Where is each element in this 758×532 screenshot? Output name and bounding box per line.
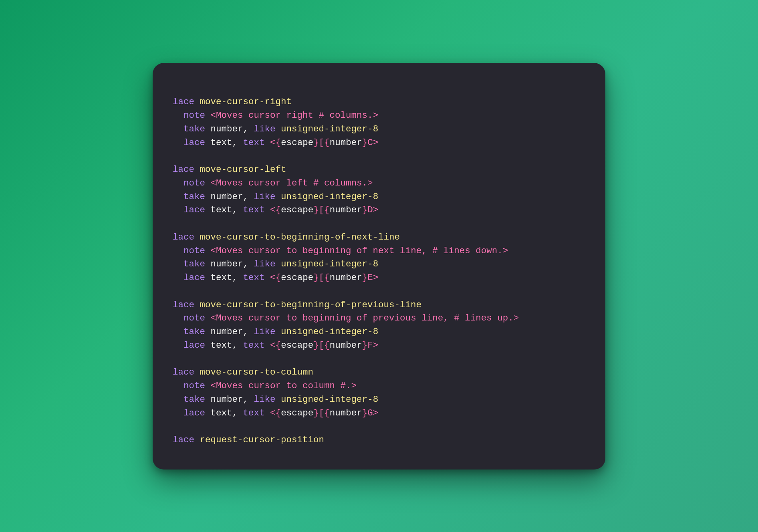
keyword-lace: lace <box>173 367 194 377</box>
line: lace text, text <{escape}[{number}G> <box>173 408 378 418</box>
angle-gt: > <box>373 408 379 418</box>
interp-escape: escape <box>281 205 313 215</box>
brace-l: { <box>276 272 281 283</box>
angle-lt: < <box>270 137 276 148</box>
brace-r: } <box>313 272 319 283</box>
angle-gt: > <box>351 381 357 391</box>
bracket-l: [ <box>319 205 325 215</box>
keyword-lace: lace <box>183 340 205 351</box>
line: note <Moves cursor to beginning of previ… <box>173 313 519 323</box>
type-uint8: unsigned-integer-8 <box>281 259 378 269</box>
angle-lt: < <box>211 110 216 121</box>
note-text: Moves cursor to beginning of previous li… <box>216 313 514 323</box>
angle-gt: > <box>367 178 373 188</box>
function-name: move-cursor-to-beginning-of-next-line <box>200 232 400 242</box>
brace-l: { <box>276 408 281 418</box>
comma: , <box>232 340 243 351</box>
keyword-lace: lace <box>173 435 194 445</box>
line: take number, like unsigned-integer-8 <box>173 394 378 405</box>
brace-r: } <box>313 205 319 215</box>
brace-r: } <box>362 340 368 351</box>
brace-r: } <box>313 137 319 148</box>
brace-l: { <box>324 340 330 351</box>
comma: , <box>243 394 254 405</box>
function-name: move-cursor-to-column <box>200 367 314 377</box>
line: lace text, text <{escape}[{number}F> <box>173 340 378 351</box>
type-uint8: unsigned-integer-8 <box>281 124 378 134</box>
keyword-like: like <box>254 259 276 269</box>
comma: , <box>232 272 243 283</box>
keyword-take: take <box>183 326 205 337</box>
interp-number: number <box>330 205 362 215</box>
function-name: move-cursor-to-beginning-of-previous-lin… <box>200 300 422 310</box>
keyword-text: text <box>243 205 265 215</box>
bracket-l: [ <box>319 137 325 148</box>
type-uint8: unsigned-integer-8 <box>281 326 378 337</box>
line: note <Moves cursor to column #.> <box>173 381 357 391</box>
comma: , <box>243 259 254 269</box>
keyword-note: note <box>183 246 205 256</box>
keyword-note: note <box>183 178 205 188</box>
note-text: Moves cursor right # columns. <box>216 110 373 121</box>
comma: , <box>243 124 254 134</box>
line: take number, like unsigned-integer-8 <box>173 191 378 202</box>
keyword-lace: lace <box>183 137 205 148</box>
angle-lt: < <box>211 178 216 188</box>
function-name: request-cursor-position <box>200 435 325 445</box>
note-text: Moves cursor left # columns. <box>216 178 367 188</box>
line: take number, like unsigned-integer-8 <box>173 259 378 269</box>
brace-r: } <box>362 272 368 283</box>
keyword-text: text <box>243 340 265 351</box>
brace-l: { <box>324 205 330 215</box>
angle-lt: < <box>211 246 216 256</box>
keyword-take: take <box>183 259 205 269</box>
angle-gt: > <box>373 137 379 148</box>
type-uint8: unsigned-integer-8 <box>281 191 378 202</box>
angle-gt: > <box>373 340 379 351</box>
keyword-lace: lace <box>173 164 194 175</box>
suffix: C <box>367 137 373 148</box>
keyword-text: text <box>243 137 265 148</box>
keyword-like: like <box>254 191 276 202</box>
keyword-like: like <box>254 124 276 134</box>
note-text: Moves cursor to beginning of next line, … <box>216 246 503 256</box>
line: lace move-cursor-right <box>173 97 292 107</box>
code-card: lace move-cursor-right note <Moves curso… <box>153 63 605 470</box>
type-uint8: unsigned-integer-8 <box>281 394 378 405</box>
brace-l: { <box>276 137 281 148</box>
param-number: number <box>211 394 243 405</box>
line: lace move-cursor-left <box>173 164 286 175</box>
angle-lt: < <box>211 381 216 391</box>
angle-gt: > <box>514 313 519 323</box>
comma: , <box>243 326 254 337</box>
keyword-lace: lace <box>183 272 205 283</box>
angle-lt: < <box>270 408 276 418</box>
suffix: D <box>367 205 373 215</box>
text-ident: text <box>211 137 232 148</box>
keyword-lace: lace <box>183 205 205 215</box>
comma: , <box>232 408 243 418</box>
keyword-lace: lace <box>173 300 194 310</box>
keyword-like: like <box>254 394 276 405</box>
keyword-note: note <box>183 381 205 391</box>
note-text: Moves cursor to column #. <box>216 381 351 391</box>
keyword-take: take <box>183 394 205 405</box>
line: note <Moves cursor left # columns.> <box>173 178 373 188</box>
line: lace text, text <{escape}[{number}D> <box>173 205 378 215</box>
keyword-lace: lace <box>173 232 194 242</box>
keyword-note: note <box>183 313 205 323</box>
interp-number: number <box>330 340 362 351</box>
angle-gt: > <box>503 246 508 256</box>
brace-r: } <box>362 205 368 215</box>
bracket-l: [ <box>319 408 325 418</box>
keyword-take: take <box>183 124 205 134</box>
keyword-take: take <box>183 191 205 202</box>
suffix: G <box>367 408 373 418</box>
keyword-like: like <box>254 326 276 337</box>
line: take number, like unsigned-integer-8 <box>173 326 378 337</box>
line: note <Moves cursor right # columns.> <box>173 110 378 121</box>
brace-r: } <box>313 340 319 351</box>
angle-lt: < <box>211 313 216 323</box>
angle-lt: < <box>270 205 276 215</box>
function-name: move-cursor-left <box>200 164 286 175</box>
